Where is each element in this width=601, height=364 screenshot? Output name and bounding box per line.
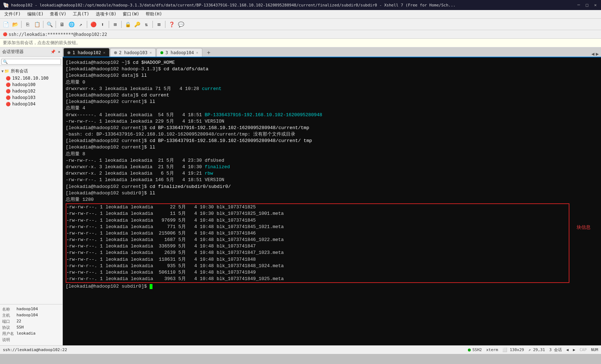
term-line: -rw-rw-r--. 1 leokadia leokadia 11 5月 4 …	[66, 211, 569, 217]
menu-tools[interactable]: 工具(T)	[70, 10, 92, 18]
sidebar-tree: ▼ 📁 所有会话 🔴 192.168.10.100 🔴 hadoop100 🔴 …	[0, 66, 62, 304]
tab-dot-2	[114, 51, 117, 54]
maximize-button[interactable]: □	[584, 3, 590, 8]
toolbar-new-btn[interactable]: 📄	[1, 20, 10, 29]
toolbar-grid-btn[interactable]: ⊞	[111, 20, 119, 29]
toolbar-search-btn[interactable]: 🔍	[45, 20, 54, 29]
sidebar-item-all-sessions[interactable]: ▼ 📁 所有会话	[0, 67, 62, 75]
term-line: [leokadia@hadoop102 data]$ cd current	[66, 92, 598, 99]
tab-close-3[interactable]: ✕	[196, 51, 198, 55]
info-value-port: 22	[17, 319, 21, 324]
term-line: -rw-rw-r--. 1 leokadia leokadia 97699 5月…	[66, 217, 569, 224]
tab-nav: ◀ ▶	[591, 51, 600, 57]
term-line: [leokadia@hadoop102 current]$ ll	[66, 144, 598, 151]
info-label-desc: 说明	[2, 337, 15, 342]
title-controls[interactable]: ─ □ ✕	[576, 3, 598, 8]
term-line: [leokadia@hadoop102 hadoop-3.1.3]$ cd da…	[66, 66, 598, 72]
sidebar-pin-icon[interactable]: 📌	[51, 49, 56, 54]
close-button[interactable]: ✕	[593, 3, 598, 8]
toolbar-stop-btn[interactable]: 🔴	[89, 20, 98, 29]
toolbar-transfer-btn[interactable]: ⇅	[142, 20, 151, 29]
sidebar-search-input[interactable]	[1, 59, 61, 65]
sidebar-search-bar	[0, 57, 62, 66]
toolbar-lock-btn[interactable]: 🔒	[123, 20, 132, 29]
toolbar-info-btn[interactable]: 💬	[177, 20, 185, 29]
sidebar: 会话管理器 📌 ✕ ▼ 📁 所有会话 🔴 192.168.10.100 🔴	[0, 47, 63, 345]
sidebar-title: 会话管理器	[2, 49, 24, 55]
tab-hadoop102[interactable]: 1 hadoop102 ✕	[64, 48, 109, 57]
menu-tabs[interactable]: 选项卡(B)	[93, 10, 119, 18]
menu-view[interactable]: 查看(V)	[47, 10, 69, 18]
tab-add-button[interactable]: +	[205, 48, 213, 57]
tab-close-1[interactable]: ✕	[103, 51, 105, 55]
toolbar-arrow-btn[interactable]: ↗	[76, 20, 85, 29]
tab-hadoop104[interactable]: 3 hadoop104 ✕	[156, 48, 202, 57]
status-label-ssh2: SSH2	[472, 348, 482, 352]
sidebar-close-icon[interactable]: ✕	[58, 49, 60, 54]
toolbar-paste-btn[interactable]: 📋	[33, 20, 41, 29]
menu-window[interactable]: 窗口(W)	[120, 10, 142, 18]
status-next-session[interactable]: ▶	[573, 348, 576, 352]
term-line: 总用量 8	[66, 151, 598, 157]
tab-prev-button[interactable]: ◀	[591, 51, 594, 57]
toolbar-globe-btn[interactable]: 🌐	[67, 20, 76, 29]
status-size: ⬜ 130x29	[502, 348, 524, 352]
menu-edit[interactable]: 编辑(E)	[24, 10, 47, 18]
tab-dot-1	[67, 51, 70, 54]
status-ssh2: SSH2	[468, 348, 482, 352]
title-text: hadoop102 - leokadia@hadoop102:/opt/modu…	[11, 3, 455, 8]
toolbar-copy-btn[interactable]: ⎘	[23, 20, 32, 29]
toolbar-open-btn[interactable]: 📂	[11, 20, 19, 29]
sidebar-header: 会话管理器 📌 ✕	[0, 47, 62, 57]
sidebar-item-hadoop104[interactable]: 🔴 hadoop104	[0, 101, 62, 107]
term-line: [leokadia@hadoop102 current]$ ll	[66, 99, 598, 105]
toolbar-sep8	[165, 21, 165, 28]
tab-label-2: 2 hadoop103	[119, 50, 147, 55]
menu-file[interactable]: 文件(F)	[1, 10, 24, 18]
toolbar-sep3	[56, 21, 56, 28]
sidebar-item-label: hadoop104	[12, 101, 36, 107]
toolbar-multi-btn[interactable]: ⊠	[155, 20, 163, 29]
term-line: -rw-rw-r--. 1 leokadia leokadia 21 5月 4 …	[66, 157, 598, 164]
server-icon: 🔴	[6, 82, 11, 87]
sidebar-item-hadoop103[interactable]: 🔴 hadoop103	[0, 94, 62, 101]
status-position: ↗ 29,31	[528, 348, 545, 352]
toolbar-connect-btn[interactable]: 🖥	[58, 20, 66, 29]
info-row-desc: 说明	[2, 337, 60, 342]
server-icon: 🔴	[6, 102, 11, 107]
toolbar-up-btn[interactable]: ⬆	[98, 20, 107, 29]
sidebar-item-label: 192.168.10.100	[12, 76, 48, 81]
sidebar-item-label: 所有会话	[11, 68, 28, 74]
title-left: 🐚 hadoop102 - leokadia@hadoop102:/opt/mo…	[3, 2, 455, 8]
term-prompt-line: [leokadia@hadoop102 subdir0]$	[66, 283, 598, 290]
toolbar-sep5	[109, 21, 109, 28]
app-icon: 🐚	[3, 2, 9, 8]
menu-help[interactable]: 帮助(H)	[143, 10, 165, 18]
sidebar-item-192-168-10-100[interactable]: 🔴 192.168.10.100	[0, 75, 62, 81]
terminal-area[interactable]: [leokadia@hadoop102 ~]$ cd $HADOOP_HOME …	[63, 57, 601, 345]
tab-hadoop103[interactable]: 2 hadoop103 ✕	[110, 48, 156, 57]
block-annotation: 块信息	[577, 203, 598, 231]
tab-close-2[interactable]: ✕	[150, 51, 152, 55]
tab-next-button[interactable]: ▶	[596, 51, 599, 57]
info-row-name: 名称 hadoop104	[2, 307, 60, 312]
toolbar-sep6	[121, 21, 122, 28]
folder-icon: 📁	[4, 69, 9, 74]
minimize-button[interactable]: ─	[576, 3, 581, 8]
toolbar-help-btn[interactable]: ❓	[167, 20, 176, 29]
info-value-protocol: SSH	[17, 325, 24, 330]
tip-bar: 要添加当前会话，点击左侧的箭头按钮。	[0, 39, 601, 47]
sidebar-item-hadoop100[interactable]: 🔴 hadoop100	[0, 81, 62, 88]
tab-label-1: 1 hadoop102	[72, 50, 101, 55]
sidebar-item-hadoop102[interactable]: 🔴 hadoop102	[0, 88, 62, 94]
term-line: -rw-rw-r--. 1 leokadia leokadia 506110 5…	[66, 269, 569, 276]
status-prev-session[interactable]: ◀	[566, 348, 569, 352]
info-value-username: leokadia	[17, 331, 36, 336]
tab-bar: 1 hadoop102 ✕ 2 hadoop103 ✕ 3 hadoop104 …	[63, 47, 601, 57]
term-line: [leokadia@hadoop102 current]$ cd finaliz…	[66, 184, 598, 190]
term-line: -bash: cd: BP-1336437916-192.168.10.102-…	[66, 131, 598, 138]
term-line: -rw-rw-r--. 1 leokadia leokadia 2639 5月 …	[66, 250, 569, 256]
highlighted-section: -rw-rw-r--. 1 leokadia leokadia 22 5月 4 …	[66, 203, 598, 283]
toolbar-key-btn[interactable]: 🔑	[133, 20, 141, 29]
expand-icon: ▼	[1, 69, 4, 73]
